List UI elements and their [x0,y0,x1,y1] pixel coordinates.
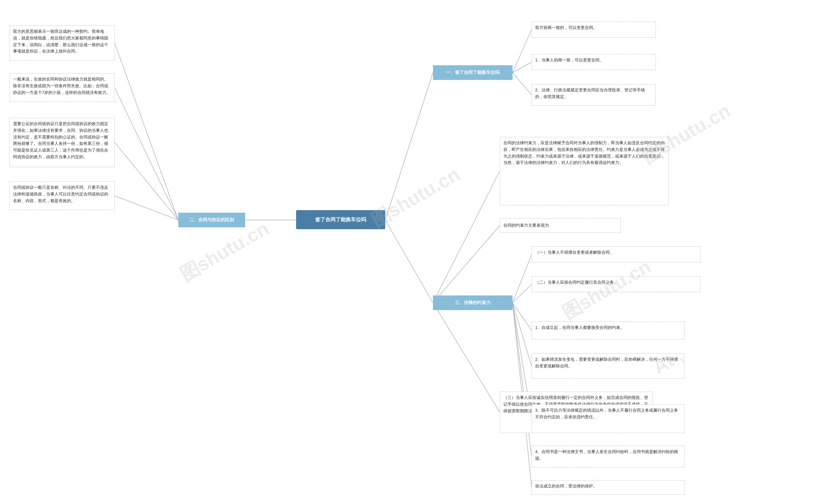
svg-line-2 [115,142,178,220]
svg-line-12 [513,254,532,303]
center-box: 签了合同了能换车位吗 [296,210,385,229]
right-top-item-1: 双方协商一致的，可以变更合同。 [532,22,656,38]
right-mid-node: 三、法律的约束力 [433,295,513,310]
svg-line-7 [513,30,532,73]
right-top-item-3: 2、法律、行政法规规定变更合同应当办理批准、登记等手续的，依照其规定。 [532,84,656,106]
svg-line-6 [385,220,433,303]
right-mid-content: 合同的法律约束力，应是法律赋予合同对当事人的强制力，即当事人如违反合同约定的内容… [500,137,669,205]
left-content-2: 一般来说，生效的合同和协议法律效力就是相同的。除非没有生效或因为一些条件而失效。… [10,73,115,102]
canvas: 图shutu.cn 图shutu.cn 图shutu.cn 图shutu.cn … [0,0,815,504]
svg-line-0 [115,43,178,220]
right-bottom-item-1: 1、自成立起，合同当事人都要接受合同的约束。 [532,322,684,339]
right-top-node: 一、签了合同了能换车位吗 [433,65,513,80]
right-bottom-item-5: 4、合同书是一种法律文书，当事人发生合同纠纷时，合同书就是解决纠纷的根据。 [532,446,684,467]
svg-line-11 [433,225,500,303]
right-bottom-item-6: 依法成立的合同，受法律的保护。 [532,480,684,495]
svg-line-13 [513,284,532,303]
left-content-4: 合同或协议一般只是名称、叫法的不同。只要不违反法律和道德风俗，当事人可以任意约定… [10,181,115,210]
svg-line-9 [513,73,532,95]
right-top-item-2: 1、当事人协商一致，可以变更合同。 [532,54,656,70]
svg-line-16 [433,303,500,412]
svg-line-1 [115,88,178,220]
left-content-1: 双方的意思都表示一致而达成的一种契约。简单地说，就是你情我愿，然后我们把大家都同… [10,25,115,60]
svg-line-14 [513,303,532,330]
right-mid-item-2: （二）当事人应按合同约定履行其合同义务。 [532,276,700,292]
right-mid-summary: 合同的约束力主要表现为 [500,218,621,233]
right-bottom-item-2: 2、如果情况发生变化，需要变更或解除合同时，应协商解决，任何一方不得擅自变更或解… [532,353,684,379]
right-bottom-item-4: 3、除不可抗力等法律规定的情况以外，当事人不履行合同义务或履行合同义务不符合约定… [532,404,684,433]
right-mid-item-1: （一）当事人不得擅自变更或者解除合同。 [532,246,700,262]
svg-line-8 [513,62,532,73]
svg-line-5 [385,73,433,220]
svg-line-10 [433,171,500,303]
left-content-3: 需要公证的合同或协议只是把合同或协议的效力固定并强化，如果法律没有要求，合同、协… [10,118,115,167]
svg-line-18 [513,303,532,457]
svg-line-15 [513,303,532,366]
svg-line-3 [115,196,178,220]
left-node-box: 二、合同与协议的区别 [178,213,245,227]
